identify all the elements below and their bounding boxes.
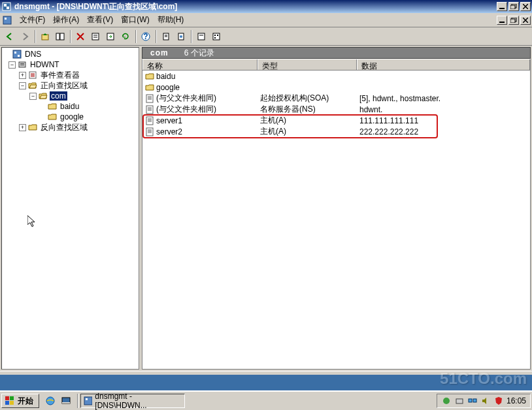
svg-rect-53 xyxy=(146,128,153,136)
folder-icon xyxy=(47,101,58,112)
list-row[interactable]: server2主机(A)222.222.222.222 xyxy=(142,126,530,137)
collapse-icon[interactable]: − xyxy=(29,93,37,100)
svg-rect-2 xyxy=(7,7,9,9)
ie-icon[interactable] xyxy=(43,394,58,408)
svg-rect-67 xyxy=(456,399,463,403)
menu-file[interactable]: 文件(F) xyxy=(16,13,49,27)
statusbar-area xyxy=(0,371,532,375)
toolbar: ? xyxy=(0,27,532,46)
taskbar-separator xyxy=(77,394,78,408)
toolbar-separator xyxy=(70,30,71,43)
list-row[interactable]: (与父文件夹相同)起始授权机构(SOA)[5], hdwnt., hostmas… xyxy=(142,93,530,104)
column-header-type[interactable]: 类型 xyxy=(258,59,357,70)
tree-node-fwd-zone[interactable]: − 正向查找区域 xyxy=(2,80,139,91)
list-pane: com 6 个记录 名称 类型 数据 baidugoogle(与父文件夹相同)起… xyxy=(142,47,531,370)
tray-shield-icon[interactable] xyxy=(493,396,504,406)
options-button[interactable] xyxy=(209,29,224,44)
list-row[interactable]: (与父文件夹相同)名称服务器(NS)hdwnt. xyxy=(142,104,530,115)
folder-icon xyxy=(27,122,38,133)
mdi-restore-button[interactable] xyxy=(508,16,519,25)
tree-node-server[interactable]: − HDWNT xyxy=(2,59,139,70)
cell-type: 名称服务器(NS) xyxy=(258,104,357,115)
refresh-button[interactable] xyxy=(118,29,133,44)
delete-button[interactable] xyxy=(73,29,88,44)
tree-node-eventviewer[interactable]: + 事件查看器 xyxy=(2,70,139,80)
toolbar-separator xyxy=(156,30,156,43)
tray-icon[interactable] xyxy=(441,396,452,406)
expand-icon[interactable]: + xyxy=(19,72,26,79)
tray-icon[interactable] xyxy=(454,396,465,406)
cell-name: (与父文件夹相同) xyxy=(156,93,216,104)
cell-data: 111.111.111.111 xyxy=(357,116,530,125)
taskbar: 开始 dnsmgmt - [DNS\HDWN... 16:05 xyxy=(0,390,532,410)
toolbar-separator xyxy=(35,30,35,43)
tree-node-dns[interactable]: DNS xyxy=(2,49,139,59)
menu-help[interactable]: 帮助(H) xyxy=(154,13,188,27)
dns-icon xyxy=(84,396,92,405)
tree-node-com[interactable]: − com xyxy=(2,91,139,101)
expand-icon[interactable]: + xyxy=(19,124,26,131)
tray-network-icon[interactable] xyxy=(467,396,478,406)
taskbar-task-dnsmgmt[interactable]: dnsmgmt - [DNS\HDWN... xyxy=(80,394,185,408)
record-count: 6 个记录 xyxy=(184,48,214,59)
new-zone-button[interactable] xyxy=(174,29,188,44)
list-row[interactable]: server1主机(A)111.111.111.111 xyxy=(142,115,530,126)
tree-node-rev-zone[interactable]: + 反向查找区域 xyxy=(2,122,139,133)
new-record-button[interactable] xyxy=(159,29,173,44)
collapse-icon[interactable]: − xyxy=(8,61,16,69)
up-button[interactable] xyxy=(38,29,52,44)
tree-label: 正向查找区域 xyxy=(39,80,89,91)
restore-button[interactable] xyxy=(508,2,519,11)
tree-node-baidu[interactable]: baidu xyxy=(2,101,139,112)
list-header: 名称 类型 数据 xyxy=(142,59,531,71)
svg-rect-33 xyxy=(18,55,20,57)
collapse-icon[interactable]: − xyxy=(19,82,26,89)
window-controls xyxy=(497,2,531,11)
cell-name: server2 xyxy=(156,127,182,136)
filter-button[interactable] xyxy=(194,29,208,44)
app-icon xyxy=(1,1,12,12)
svg-rect-69 xyxy=(473,399,476,402)
svg-rect-36 xyxy=(20,65,24,65)
clock[interactable]: 16:05 xyxy=(507,396,526,405)
folder-icon xyxy=(145,83,154,92)
properties-button[interactable] xyxy=(88,29,103,44)
record-icon xyxy=(145,116,154,125)
tree-label: DNS xyxy=(24,50,42,59)
tree-pane[interactable]: DNS − HDWNT + 事件查看器 − 正向查找区域 − com xyxy=(1,47,139,370)
show-desktop-icon[interactable] xyxy=(59,394,73,408)
record-icon xyxy=(145,127,154,136)
tree-label: HDWNT xyxy=(29,60,61,69)
svg-rect-31 xyxy=(13,50,21,58)
path-text: com xyxy=(150,48,169,57)
column-header-name[interactable]: 名称 xyxy=(142,59,258,70)
close-button[interactable] xyxy=(520,2,531,11)
export-button[interactable] xyxy=(103,29,118,44)
help-button[interactable]: ? xyxy=(139,29,153,44)
list-row[interactable]: google xyxy=(142,82,530,93)
svg-rect-14 xyxy=(92,33,99,40)
show-hide-tree-button[interactable] xyxy=(53,29,67,44)
start-button[interactable]: 开始 xyxy=(1,394,39,408)
svg-rect-30 xyxy=(214,37,216,39)
back-button[interactable] xyxy=(3,29,17,44)
record-icon xyxy=(145,94,154,103)
svg-rect-41 xyxy=(146,95,153,102)
list-body[interactable]: baidugoogle(与父文件夹相同)起始授权机构(SOA)[5], hdwn… xyxy=(142,71,531,370)
column-header-data[interactable]: 数据 xyxy=(357,59,530,70)
mdi-close-button[interactable] xyxy=(520,16,531,25)
minimize-button[interactable] xyxy=(497,2,507,11)
tree-node-google[interactable]: google xyxy=(2,112,139,122)
menu-action[interactable]: 操作(A) xyxy=(49,13,83,27)
tree-label: 事件查看器 xyxy=(39,70,81,81)
tree-label-selected: com xyxy=(50,91,67,101)
mdi-minimize-button[interactable] xyxy=(497,16,507,25)
title-bar: dnsmgmt - [DNS\HDWNT\正向查找区域\com] xyxy=(0,0,532,13)
menu-view[interactable]: 查看(V) xyxy=(83,13,117,27)
svg-rect-35 xyxy=(20,63,24,64)
list-row[interactable]: baidu xyxy=(142,71,530,82)
forward-button[interactable] xyxy=(18,29,32,44)
tray-volume-icon[interactable] xyxy=(480,396,491,406)
svg-rect-3 xyxy=(499,8,505,9)
menu-window[interactable]: 窗口(W) xyxy=(117,13,153,27)
